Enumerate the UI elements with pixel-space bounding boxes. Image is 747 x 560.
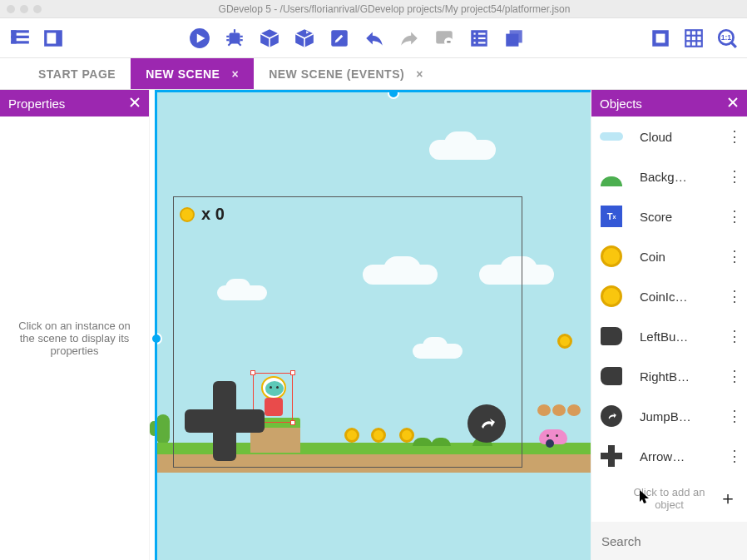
more-icon[interactable]: ⋮ (727, 407, 740, 425)
camera-bound-left (155, 90, 157, 560)
coin-icon (598, 283, 625, 310)
arrow-buttons-sprite[interactable] (185, 381, 265, 461)
coin-sprite[interactable] (399, 428, 414, 443)
close-window-icon[interactable] (7, 5, 15, 13)
object-item-cloud[interactable]: Cloud ⋮ (591, 116, 747, 156)
object-item-background[interactable]: Backg… ⋮ (591, 156, 747, 196)
ball-sprite[interactable] (546, 439, 554, 448)
panel-title: Properties (8, 97, 65, 111)
zoom-reset-button[interactable]: 1:1 (714, 25, 740, 52)
scene-editor[interactable]: x 0 (150, 90, 591, 560)
object-item-left-button[interactable]: LeftBu… ⋮ (591, 316, 747, 356)
more-icon[interactable]: ⋮ (727, 207, 740, 225)
object-item-score[interactable]: Tx Score ⋮ (591, 196, 747, 236)
plus-icon[interactable]: ＋ (719, 486, 737, 511)
right-button-icon (598, 363, 625, 389)
layers-list-button[interactable] (466, 25, 492, 52)
cloud-sprite[interactable] (363, 265, 438, 285)
jump-button-sprite[interactable] (467, 404, 506, 443)
tab-label: NEW SCENE (EVENTS) (269, 67, 404, 81)
more-icon[interactable]: ⋮ (727, 287, 740, 305)
redo-button[interactable] (396, 25, 423, 52)
object-item-jump-button[interactable]: JumpB… ⋮ (591, 396, 747, 436)
svg-text:1:1: 1:1 (721, 33, 732, 42)
tab-start-page[interactable]: START PAGE (23, 58, 131, 89)
svg-rect-26 (478, 37, 486, 38)
cloud-sprite[interactable] (479, 265, 554, 285)
svg-rect-35 (685, 30, 702, 47)
object-label: JumpB… (640, 409, 727, 424)
more-icon[interactable]: ⋮ (727, 247, 740, 265)
bush-sprite[interactable] (413, 438, 433, 446)
svg-rect-8 (230, 32, 240, 43)
mask-button[interactable] (647, 25, 674, 52)
svg-line-41 (731, 42, 735, 47)
more-icon[interactable]: ⋮ (727, 447, 740, 465)
cursor-icon (640, 490, 651, 505)
objects-search (591, 522, 747, 560)
film-button[interactable] (431, 25, 458, 52)
object-item-right-button[interactable]: RightB… ⋮ (591, 356, 747, 396)
close-icon[interactable] (727, 97, 739, 111)
object-label: CoinIc… (640, 290, 727, 304)
coin-sprite[interactable] (344, 428, 359, 443)
properties-empty-hint: Click on an instance on the scene to dis… (0, 116, 149, 560)
coin-sprite[interactable] (557, 334, 572, 349)
layers-stack-button[interactable] (501, 25, 527, 52)
close-icon[interactable] (129, 97, 141, 111)
toggle-properties-button[interactable] (7, 25, 33, 52)
svg-line-14 (228, 42, 230, 45)
cloud-sprite[interactable] (413, 344, 463, 359)
cloud-sprite[interactable] (429, 140, 496, 160)
toggle-objects-button[interactable] (40, 25, 67, 52)
svg-rect-27 (478, 42, 486, 43)
tab-new-scene-events[interactable]: NEW SCENE (EVENTS) × (254, 58, 438, 89)
svg-rect-28 (474, 32, 476, 34)
grid-button[interactable] (680, 25, 707, 52)
rocks-sprite[interactable] (537, 404, 581, 416)
svg-rect-5 (47, 32, 56, 43)
more-icon[interactable]: ⋮ (727, 167, 740, 186)
coin-icon (598, 243, 625, 270)
object-label: Cloud (640, 130, 727, 144)
hill-icon (598, 163, 625, 190)
play-button[interactable] (186, 25, 213, 52)
object-label: Score (640, 210, 727, 224)
window-titlebar: GDevelop 5 - /Users/florianrival/GDevelo… (0, 0, 747, 18)
add-object-button[interactable]: Click to add an object ＋ (591, 475, 747, 522)
more-icon[interactable]: ⋮ (727, 367, 740, 385)
object-item-arrow-buttons[interactable]: Arrow… ⋮ (591, 436, 747, 475)
score-hud[interactable]: x 0 (180, 205, 225, 224)
object-item-coin-icon[interactable]: CoinIc… ⋮ (591, 276, 747, 316)
minimize-window-icon[interactable] (20, 5, 28, 13)
tab-new-scene[interactable]: NEW SCENE × (131, 58, 254, 89)
more-icon[interactable]: ⋮ (727, 327, 740, 345)
svg-rect-29 (474, 37, 476, 38)
more-icon[interactable]: ⋮ (727, 127, 740, 146)
svg-rect-32 (510, 30, 522, 42)
properties-panel: Properties Click on an instance on the s… (0, 90, 150, 560)
close-icon[interactable]: × (416, 67, 423, 81)
tab-strip: START PAGE NEW SCENE × NEW SCENE (EVENTS… (0, 58, 747, 90)
panel-title: Objects (600, 97, 642, 111)
workspace: Properties Click on an instance on the s… (0, 90, 747, 560)
coin-sprite[interactable] (371, 428, 386, 443)
edit-button[interactable] (326, 25, 353, 52)
scene-canvas[interactable]: x 0 (155, 90, 591, 560)
debug-button[interactable] (221, 25, 248, 52)
cube-button-1[interactable] (256, 25, 283, 52)
cloud-sprite[interactable] (217, 285, 267, 300)
objects-panel: Objects Cloud ⋮ Backg… ⋮ Tx Score ⋮ (591, 90, 747, 560)
search-input[interactable] (601, 534, 747, 548)
maximize-window-icon[interactable] (33, 5, 42, 13)
bush-sprite[interactable] (431, 438, 451, 446)
close-icon[interactable]: × (231, 67, 239, 81)
cactus-sprite[interactable] (156, 414, 170, 444)
svg-rect-25 (478, 32, 486, 34)
object-label: LeftBu… (640, 330, 727, 344)
svg-rect-30 (474, 42, 476, 43)
undo-button[interactable] (361, 25, 388, 52)
object-item-coin[interactable]: Coin ⋮ (591, 236, 747, 276)
cube-button-2[interactable] (291, 25, 318, 52)
score-hud-text: x 0 (201, 205, 225, 224)
